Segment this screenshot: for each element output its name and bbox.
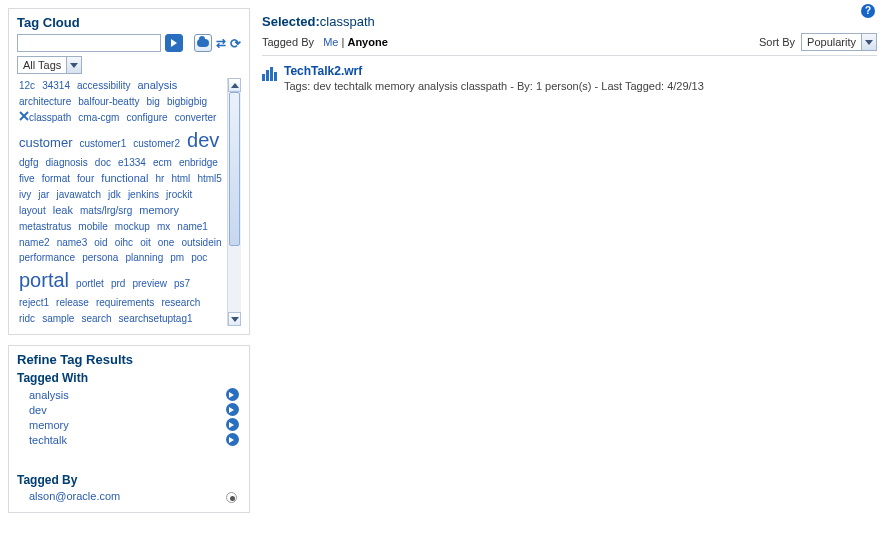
tag-name1[interactable]: name1 [175, 221, 210, 232]
tag-search-input[interactable] [17, 34, 161, 52]
tag-oihc[interactable]: oihc [113, 237, 135, 248]
refresh-button[interactable]: ⟳ [230, 36, 241, 51]
tag-ps7[interactable]: ps7 [172, 278, 192, 289]
tag-ridc[interactable]: ridc [17, 313, 37, 324]
tag-mockup[interactable]: mockup [113, 221, 152, 232]
tag-outsidein[interactable]: outsidein [180, 237, 224, 248]
tag-html[interactable]: html [169, 173, 192, 184]
tag-persona[interactable]: persona [80, 252, 120, 263]
remove-tag-icon[interactable] [19, 112, 29, 123]
tag-prd[interactable]: prd [109, 278, 127, 289]
tag-javawatch[interactable]: javawatch [54, 189, 102, 200]
tag-classpath[interactable]: classpath [17, 112, 73, 123]
scroll-thumb[interactable] [229, 92, 240, 246]
document-bar-icon [262, 65, 278, 81]
tag-release[interactable]: release [54, 297, 91, 308]
tag-cloud-scrollbar[interactable] [227, 78, 241, 326]
scroll-up-button[interactable] [228, 78, 241, 92]
tag-portlet[interactable]: portlet [74, 278, 106, 289]
tag-ecm[interactable]: ecm [151, 157, 174, 168]
tag-performance[interactable]: performance [17, 252, 77, 263]
add-tag-icon[interactable] [226, 433, 239, 446]
tag-planning[interactable]: planning [123, 252, 165, 263]
scroll-track[interactable] [228, 92, 241, 312]
tag-mobile[interactable]: mobile [76, 221, 109, 232]
tag-format[interactable]: format [40, 173, 72, 184]
tag-memory[interactable]: memory [137, 204, 181, 216]
tag-search-go-button[interactable] [165, 34, 183, 52]
tag-bigbigbig[interactable]: bigbigbig [165, 96, 209, 107]
tag-converter[interactable]: converter [173, 112, 219, 123]
tag-oid[interactable]: oid [92, 237, 109, 248]
add-tag-icon[interactable] [226, 388, 239, 401]
tag-jenkins[interactable]: jenkins [126, 189, 161, 200]
tag-dev[interactable]: dev [185, 129, 221, 151]
tag-reject1[interactable]: reject1 [17, 297, 51, 308]
tag-jar[interactable]: jar [36, 189, 51, 200]
tag-mx[interactable]: mx [155, 221, 172, 232]
tag-big[interactable]: big [145, 96, 162, 107]
tag-research[interactable]: research [159, 297, 202, 308]
tag-layout[interactable]: layout [17, 205, 48, 216]
tag-e1334[interactable]: e1334 [116, 157, 148, 168]
tag-sample[interactable]: sample [40, 313, 76, 324]
tag-five[interactable]: five [17, 173, 37, 184]
tag-12c[interactable]: 12c [17, 80, 37, 91]
tag-functional[interactable]: functional [99, 172, 150, 184]
tag-configure[interactable]: configure [125, 112, 170, 123]
tag-enbridge[interactable]: enbridge [177, 157, 220, 168]
scroll-down-button[interactable] [228, 312, 241, 326]
tag-preview[interactable]: preview [130, 278, 168, 289]
tag-accessibility[interactable]: accessibility [75, 80, 132, 91]
tag-oit[interactable]: oit [138, 237, 153, 248]
tag-diagnosis[interactable]: diagnosis [44, 157, 90, 168]
tag-requirements[interactable]: requirements [94, 297, 156, 308]
tagged-by-anyone-link[interactable]: Anyone [347, 36, 387, 48]
arrow-right-icon [171, 39, 177, 47]
refine-tag-name[interactable]: techtalk [29, 434, 67, 446]
refine-tag-name[interactable]: dev [29, 404, 47, 416]
tag-jrockit[interactable]: jrockit [164, 189, 194, 200]
tag-search[interactable]: search [80, 313, 114, 324]
user-radio[interactable] [226, 492, 237, 503]
tag-balfour-beatty[interactable]: balfour-beatty [76, 96, 141, 107]
tag-customer1[interactable]: customer1 [78, 138, 129, 149]
tag-dgfg[interactable]: dgfg [17, 157, 40, 168]
sort-toggle-button[interactable]: ⇄ [216, 36, 226, 50]
tag-leak[interactable]: leak [51, 204, 75, 216]
tag-34314[interactable]: 34314 [40, 80, 72, 91]
tag-cma-cgm[interactable]: cma-cgm [76, 112, 121, 123]
tag-analysis[interactable]: analysis [135, 79, 179, 91]
refine-tag-name[interactable]: analysis [29, 389, 69, 401]
tag-searchsetuptag1[interactable]: searchsetuptag1 [117, 313, 195, 324]
cloud-view-button[interactable] [194, 34, 212, 52]
refine-user-name[interactable]: alson@oracle.com [29, 490, 120, 502]
result-title-link[interactable]: TechTalk2.wrf [284, 64, 362, 78]
tag-four[interactable]: four [75, 173, 96, 184]
tag-doc[interactable]: doc [93, 157, 113, 168]
help-icon[interactable]: ? [861, 4, 875, 18]
dropdown-icon [66, 57, 81, 73]
tag-architecture[interactable]: architecture [17, 96, 73, 107]
sort-by-select[interactable]: Popularity [801, 33, 877, 51]
add-tag-icon[interactable] [226, 403, 239, 416]
tag-poc[interactable]: poc [189, 252, 209, 263]
tag-pm[interactable]: pm [168, 252, 186, 263]
tag-mats-lrg-srg[interactable]: mats/lrg/srg [78, 205, 134, 216]
tagged-by-me-link[interactable]: Me [323, 36, 338, 48]
tag-metastratus[interactable]: metastratus [17, 221, 73, 232]
tag-html5[interactable]: html5 [195, 173, 223, 184]
tag-portal[interactable]: portal [17, 269, 71, 291]
tag-ivy[interactable]: ivy [17, 189, 33, 200]
tag-jdk[interactable]: jdk [106, 189, 123, 200]
tag-name2[interactable]: name2 [17, 237, 52, 248]
add-tag-icon[interactable] [226, 418, 239, 431]
tag-customer[interactable]: customer [17, 135, 74, 150]
tag-customer2[interactable]: customer2 [131, 138, 182, 149]
tag-name3[interactable]: name3 [55, 237, 90, 248]
tag-one[interactable]: one [156, 237, 177, 248]
refine-tag-name[interactable]: memory [29, 419, 69, 431]
tag-hr[interactable]: hr [153, 173, 166, 184]
refine-tag-row: dev [17, 402, 241, 417]
tag-scope-select[interactable]: All Tags [17, 56, 82, 74]
